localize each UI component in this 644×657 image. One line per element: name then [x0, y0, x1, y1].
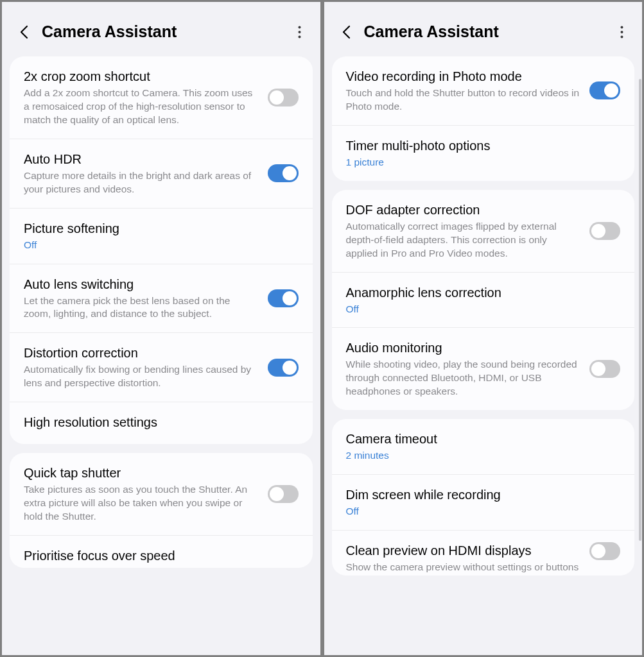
svg-point-0 [299, 26, 301, 28]
page-title: Camera Assistant [364, 22, 603, 41]
setting-desc: Let the camera pick the best lens based … [24, 294, 260, 321]
toggle-crop-zoom[interactable] [268, 89, 299, 107]
toggle-video-recording[interactable] [589, 81, 620, 99]
setting-desc: Wait for the camera to finish focusing b… [24, 566, 299, 568]
toggle-clean-preview[interactable] [589, 542, 620, 560]
setting-title: DOF adapter correction [346, 201, 582, 218]
setting-text: Quick tap shutter Take pictures as soon … [24, 465, 260, 524]
toggle-auto-hdr[interactable] [268, 164, 299, 182]
setting-text: High resolution settings [24, 414, 299, 432]
setting-camera-timeout[interactable]: Camera timeout 2 minutes [332, 419, 635, 475]
header: Camera Assistant [2, 2, 320, 56]
settings-card: DOF adapter correction Automatically cor… [332, 190, 635, 410]
setting-title: Timer multi-photo options [346, 137, 621, 154]
setting-text: Dim screen while recording Off [346, 486, 621, 518]
settings-card: Quick tap shutter Take pictures as soon … [10, 453, 313, 568]
toggle-distortion[interactable] [268, 359, 299, 377]
settings-card: 2x crop zoom shortcut Add a 2x zoom shor… [10, 56, 313, 444]
more-vertical-icon[interactable] [292, 24, 308, 40]
svg-point-5 [620, 35, 623, 38]
setting-timer-options[interactable]: Timer multi-photo options 1 picture [332, 126, 635, 181]
setting-title: 2x crop zoom shortcut [24, 68, 260, 85]
setting-title: Quick tap shutter [24, 465, 260, 481]
setting-text: Prioritise focus over speed Wait for the… [24, 547, 299, 568]
setting-desc: Capture more details in the bright and d… [24, 169, 260, 196]
toggle-audio-monitoring[interactable] [589, 360, 620, 378]
setting-quick-tap[interactable]: Quick tap shutter Take pictures as soon … [10, 453, 313, 536]
setting-auto-hdr[interactable]: Auto HDR Capture more details in the bri… [10, 139, 313, 209]
setting-auto-lens[interactable]: Auto lens switching Let the camera pick … [10, 264, 313, 334]
setting-text: Anamorphic lens correction Off [346, 284, 621, 316]
toggle-quick-tap[interactable] [268, 485, 299, 503]
setting-text: 2x crop zoom shortcut Add a 2x zoom shor… [24, 68, 260, 127]
page-title: Camera Assistant [42, 22, 281, 41]
setting-title: Dim screen while recording [346, 486, 621, 503]
setting-title: Auto lens switching [24, 276, 260, 293]
setting-picture-softening[interactable]: Picture softening Off [10, 209, 313, 264]
setting-audio-monitoring[interactable]: Audio monitoring While shooting video, p… [332, 328, 635, 410]
svg-point-3 [620, 26, 623, 28]
setting-value: 1 picture [346, 156, 621, 169]
setting-text: Clean preview on HDMI displays Show the … [346, 542, 582, 576]
content-area: Video recording in Photo mode Touch and … [324, 56, 643, 655]
content-area: 2x crop zoom shortcut Add a 2x zoom shor… [2, 56, 320, 655]
setting-text: DOF adapter correction Automatically cor… [346, 201, 582, 260]
setting-text: Picture softening Off [24, 220, 299, 252]
back-icon[interactable] [17, 26, 30, 38]
svg-point-1 [299, 31, 301, 33]
setting-high-res[interactable]: High resolution settings [10, 402, 313, 444]
svg-point-4 [620, 31, 623, 33]
setting-title: Distortion correction [24, 345, 260, 361]
setting-title: Auto HDR [24, 151, 260, 167]
more-vertical-icon[interactable] [614, 24, 629, 40]
setting-crop-zoom[interactable]: 2x crop zoom shortcut Add a 2x zoom shor… [10, 56, 313, 139]
setting-video-recording[interactable]: Video recording in Photo mode Touch and … [332, 56, 635, 126]
setting-text: Camera timeout 2 minutes [346, 431, 621, 463]
setting-clean-preview[interactable]: Clean preview on HDMI displays Show the … [332, 531, 635, 576]
setting-desc: Automatically correct images flipped by … [346, 220, 582, 260]
setting-desc: While shooting video, play the sound bei… [346, 358, 582, 398]
setting-value: Off [346, 505, 621, 518]
setting-text: Timer multi-photo options 1 picture [346, 137, 621, 169]
left-screen: Camera Assistant 2x crop zoom shortcut A… [2, 2, 320, 655]
settings-card: Camera timeout 2 minutes Dim screen whil… [332, 419, 635, 576]
toggle-dof-adapter[interactable] [589, 222, 620, 240]
setting-desc: Show the camera preview without settings… [346, 561, 582, 576]
header: Camera Assistant [324, 2, 643, 56]
svg-point-2 [299, 35, 301, 38]
setting-desc: Automatically fix bowing or bending line… [24, 363, 260, 390]
setting-prioritise-focus[interactable]: Prioritise focus over speed Wait for the… [10, 536, 313, 568]
setting-text: Distortion correction Automatically fix … [24, 345, 260, 390]
setting-title: Camera timeout [346, 431, 621, 447]
setting-title: Prioritise focus over speed [24, 547, 299, 564]
setting-text: Video recording in Photo mode Touch and … [346, 68, 582, 114]
setting-title: High resolution settings [24, 414, 299, 431]
setting-value: Off [346, 303, 621, 316]
right-screen: Camera Assistant Video recording in Phot… [324, 2, 643, 655]
setting-dim-screen[interactable]: Dim screen while recording Off [332, 475, 635, 531]
setting-text: Auto lens switching Let the camera pick … [24, 276, 260, 321]
setting-title: Audio monitoring [346, 339, 582, 356]
setting-distortion[interactable]: Distortion correction Automatically fix … [10, 333, 313, 402]
setting-text: Audio monitoring While shooting video, p… [346, 339, 582, 398]
setting-dof-adapter[interactable]: DOF adapter correction Automatically cor… [332, 190, 635, 273]
setting-title: Picture softening [24, 220, 299, 237]
setting-title: Clean preview on HDMI displays [346, 542, 582, 559]
settings-card: Video recording in Photo mode Touch and … [332, 56, 635, 181]
setting-desc: Take pictures as soon as you touch the S… [24, 483, 260, 524]
setting-title: Video recording in Photo mode [346, 68, 582, 85]
setting-text: Auto HDR Capture more details in the bri… [24, 151, 260, 196]
toggle-auto-lens[interactable] [268, 289, 299, 307]
setting-desc: Touch and hold the Shutter button to rec… [346, 87, 582, 114]
setting-title: Anamorphic lens correction [346, 284, 621, 301]
setting-value: Off [24, 239, 299, 252]
setting-anamorphic[interactable]: Anamorphic lens correction Off [332, 273, 635, 328]
scrollbar[interactable] [639, 79, 641, 541]
setting-desc: Add a 2x zoom shortcut to Camera. This z… [24, 87, 260, 127]
back-icon[interactable] [340, 26, 352, 38]
setting-value: 2 minutes [346, 449, 621, 463]
